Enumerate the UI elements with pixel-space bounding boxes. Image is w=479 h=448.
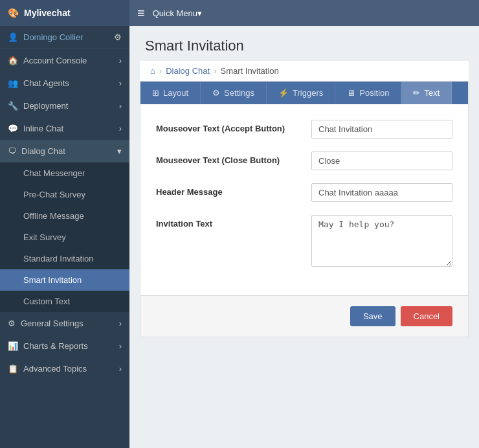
sidebar-item-inline-chat[interactable]: 💬 Inline Chat › [0, 117, 129, 140]
advanced-topics-icon: 📋 [8, 364, 18, 374]
sidebar-item-offline-message[interactable]: Offline Message [0, 205, 129, 227]
tab-position[interactable]: 🖥 Position [335, 82, 401, 104]
brand-name: Mylivechat [24, 8, 71, 18]
sidebar-item-charts-reports[interactable]: 📊 Charts & Reports › [0, 335, 129, 357]
sidebar-item-label: Dialog Chat [21, 146, 65, 156]
breadcrumb-sep-2: › [214, 66, 216, 76]
dialog-chat-icon: 🗨 [8, 146, 16, 156]
breadcrumb-home-icon[interactable]: ⌂ [150, 66, 155, 76]
form-row-invitation-text: Invitation Text [156, 215, 452, 267]
chevron-right-icon: › [119, 319, 122, 328]
breadcrumb: ⌂ › Dialog Chat › Smart Invitation [140, 61, 469, 82]
sidebar-item-chat-messenger[interactable]: Chat Messenger [0, 162, 129, 184]
breadcrumb-dialog-chat[interactable]: Dialog Chat [166, 66, 210, 76]
breadcrumb-current: Smart Invitation [220, 66, 278, 76]
label-mouseover-accept: Mouseover Text (Accept Button) [156, 120, 311, 133]
chevron-right-icon: › [119, 341, 122, 351]
sidebar-item-custom-text[interactable]: Custom Text [0, 291, 129, 312]
form-row-mouseover-accept: Mouseover Text (Accept Button) [156, 120, 452, 139]
deployment-icon: 🔧 [8, 101, 18, 111]
sidebar-item-label: Deployment [23, 101, 68, 111]
sidebar-item-exit-survey[interactable]: Exit Survey [0, 227, 129, 248]
text-icon: ✏ [413, 88, 420, 98]
sidebar-item-label: Account Console [23, 56, 87, 65]
general-settings-icon: ⚙ [8, 319, 16, 328]
hamburger-icon[interactable]: ≡ [137, 6, 145, 21]
cancel-button[interactable]: Cancel [401, 306, 452, 326]
sidebar-item-chat-agents[interactable]: 👥 Chat Agents › [0, 72, 129, 95]
chevron-right-icon: › [119, 124, 122, 133]
sidebar-item-dialog-chat[interactable]: 🗨 Dialog Chat ▾ [0, 140, 129, 162]
sidebar: 👤 Domingo Collier ⚙ 🏠 Account Console › … [0, 26, 129, 448]
label-header-message: Header Message [156, 183, 311, 197]
brand-logo: 🎨 [8, 8, 19, 18]
sidebar-item-standard-invitation[interactable]: Standard Invitation [0, 248, 129, 269]
layout-icon: ⊞ [152, 88, 159, 98]
input-mouseover-accept[interactable] [311, 120, 452, 139]
position-icon: 🖥 [347, 88, 355, 98]
label-invitation-text: Invitation Text [156, 215, 311, 229]
save-button[interactable]: Save [350, 306, 395, 326]
charts-icon: 📊 [8, 341, 18, 351]
sidebar-item-label: Advanced Topics [23, 364, 87, 374]
chevron-right-icon: › [119, 78, 122, 88]
input-header-message[interactable] [311, 183, 452, 202]
sidebar-item-deployment[interactable]: 🔧 Deployment › [0, 95, 129, 117]
form-actions: Save Cancel [140, 295, 468, 337]
quick-menu-button[interactable]: Quick Menu▾ [153, 8, 202, 18]
sidebar-item-general-settings[interactable]: ⚙ General Settings › [0, 312, 129, 335]
sidebar-item-advanced-topics[interactable]: 📋 Advanced Topics › [0, 357, 129, 380]
sidebar-user: 👤 Domingo Collier ⚙ [0, 26, 129, 49]
sidebar-username: Domingo Collier [23, 32, 83, 42]
sidebar-item-label: Chat Agents [23, 78, 69, 88]
chevron-down-icon: ▾ [117, 146, 122, 156]
content-card: ⊞ Layout ⚙ Settings ⚡ Triggers 🖥 Positio… [140, 82, 469, 337]
breadcrumb-sep-1: › [159, 66, 162, 76]
tab-layout[interactable]: ⊞ Layout [140, 82, 201, 104]
page-header: Smart Invitation [129, 26, 479, 61]
tab-settings[interactable]: ⚙ Settings [201, 82, 267, 104]
sidebar-item-label: Charts & Reports [23, 341, 88, 351]
input-mouseover-close[interactable] [311, 151, 452, 170]
sidebar-item-pre-chat-survey[interactable]: Pre-Chat Survey [0, 184, 129, 205]
inline-chat-icon: 💬 [8, 124, 18, 133]
form-row-mouseover-close: Mouseover Text (Close Button) [156, 151, 452, 170]
chevron-right-icon: › [119, 56, 122, 65]
sidebar-item-label: Inline Chat [23, 124, 63, 133]
chat-agents-icon: 👥 [8, 78, 18, 88]
textarea-invitation-text[interactable] [311, 215, 452, 267]
brand: 🎨 Mylivechat [0, 0, 129, 26]
tabs-bar: ⊞ Layout ⚙ Settings ⚡ Triggers 🖥 Positio… [140, 82, 468, 104]
form-body: Mouseover Text (Accept Button) Mouseover… [140, 104, 468, 295]
sidebar-item-label: General Settings [21, 319, 84, 328]
account-console-icon: 🏠 [8, 56, 18, 65]
label-mouseover-close: Mouseover Text (Close Button) [156, 151, 311, 165]
tab-triggers[interactable]: ⚡ Triggers [267, 82, 335, 104]
main-content: Smart Invitation ⌂ › Dialog Chat › Smart… [129, 26, 479, 448]
tab-text[interactable]: ✏ Text [401, 82, 452, 104]
sidebar-item-account-console[interactable]: 🏠 Account Console › [0, 49, 129, 72]
chevron-right-icon: › [119, 364, 122, 374]
user-icon: 👤 [8, 32, 18, 42]
triggers-icon: ⚡ [278, 88, 289, 98]
page-title: Smart Invitation [145, 38, 463, 54]
sidebar-sub-menu: Chat Messenger Pre-Chat Survey Offline M… [0, 162, 129, 312]
sidebar-item-smart-invitation[interactable]: Smart Invitation [0, 269, 129, 291]
form-row-header-message: Header Message [156, 183, 452, 202]
settings-icon: ⚙ [212, 88, 220, 98]
user-settings-icon[interactable]: ⚙ [114, 32, 122, 42]
chevron-right-icon: › [119, 101, 122, 111]
